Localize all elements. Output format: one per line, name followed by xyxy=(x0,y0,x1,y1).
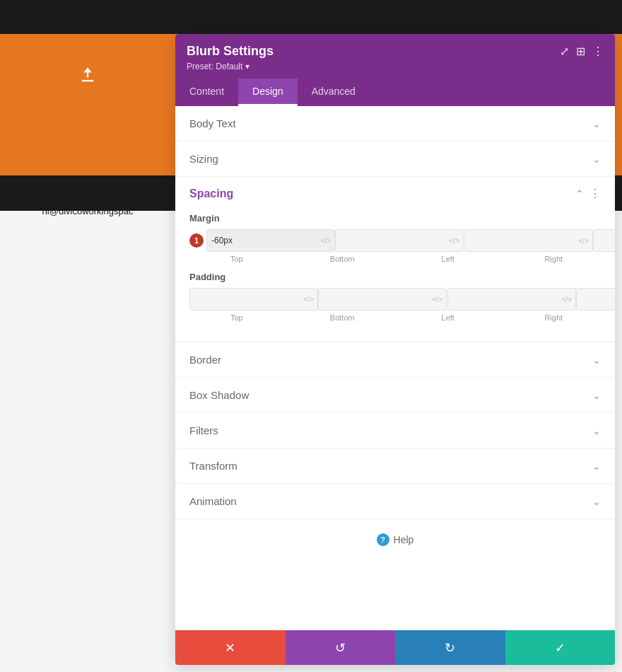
margin-bottom-code-icon[interactable]: </> xyxy=(450,237,459,245)
chevron-animation: ⌄ xyxy=(592,496,601,507)
padding-top-label: Top xyxy=(189,313,284,322)
section-filters-label: Filters xyxy=(189,424,218,436)
spacing-header-controls: ⌃ ⋮ xyxy=(575,187,601,200)
margin-top-label: Top xyxy=(189,255,284,263)
spacing-more-icon[interactable]: ⋮ xyxy=(589,187,601,200)
section-animation[interactable]: Animation ⌄ xyxy=(175,484,615,519)
upload-icon xyxy=(78,65,98,85)
padding-top-input[interactable] xyxy=(189,288,318,311)
padding-labels-row: Top Bottom Left Right xyxy=(189,313,601,322)
section-transform[interactable]: Transform ⌄ xyxy=(175,448,615,484)
section-border-label: Border xyxy=(189,354,221,366)
margin-label-spacer2 xyxy=(389,255,401,263)
chevron-sizing: ⌄ xyxy=(592,153,601,165)
panel-preset[interactable]: Preset: Default ▾ xyxy=(187,62,604,71)
spacing-title: Spacing xyxy=(189,187,233,200)
padding-left-code-icon[interactable]: </> xyxy=(562,296,572,303)
undo-button[interactable]: ↺ xyxy=(286,630,396,665)
margin-label-spacer3 xyxy=(495,255,507,263)
padding-left-label: Left xyxy=(401,313,495,322)
cancel-button[interactable]: ✕ xyxy=(175,630,286,665)
expand-icon[interactable]: ⤢ xyxy=(560,45,569,58)
chevron-box-shadow: ⌄ xyxy=(592,390,601,401)
padding-bottom-code-icon[interactable]: </> xyxy=(433,296,442,303)
padding-top-group: </> xyxy=(189,288,318,311)
more-icon[interactable]: ⋮ xyxy=(592,45,604,58)
margin-label: Margin xyxy=(189,213,601,224)
section-border[interactable]: Border ⌄ xyxy=(175,342,615,378)
margin-top-input[interactable] xyxy=(206,229,335,252)
spacing-content: Margin 1 </> </> xyxy=(175,213,615,342)
padding-label-spacer3 xyxy=(495,313,507,322)
bg-top-black xyxy=(0,0,622,34)
padding-bottom-label: Bottom xyxy=(295,313,390,322)
settings-panel: Blurb Settings ⤢ ⊞ ⋮ Preset: Default ▾ C… xyxy=(175,34,615,665)
margin-right-group: </> xyxy=(593,229,615,252)
section-transform-label: Transform xyxy=(189,460,237,472)
margin-label-spacer1 xyxy=(284,255,295,263)
section-body-text[interactable]: Body Text ⌄ xyxy=(175,106,615,141)
chevron-body-text: ⌄ xyxy=(592,118,601,129)
tab-design[interactable]: Design xyxy=(238,79,298,106)
margin-bottom-label: Bottom xyxy=(295,255,390,263)
padding-right-label: Right xyxy=(507,313,602,322)
panel-title-row: Blurb Settings ⤢ ⊞ ⋮ xyxy=(187,44,604,59)
padding-bottom-group: </> xyxy=(318,288,447,311)
upload-icon-circle xyxy=(68,55,107,95)
redo-button[interactable]: ↻ xyxy=(395,630,505,665)
section-sizing[interactable]: Sizing ⌄ xyxy=(175,141,615,177)
margin-right-input[interactable] xyxy=(593,229,615,252)
margin-left-code-icon[interactable]: </> xyxy=(579,237,589,245)
panel-footer: ✕ ↺ ↻ ✓ xyxy=(175,630,615,665)
margin-top-code-icon[interactable]: </> xyxy=(321,237,331,245)
panel-title: Blurb Settings xyxy=(187,44,274,59)
margin-top-group: 1 </> xyxy=(189,229,335,252)
chevron-filters: ⌄ xyxy=(592,425,601,436)
padding-left-input[interactable] xyxy=(447,288,576,311)
padding-right-group: </> xyxy=(576,288,615,311)
section-box-shadow-label: Box Shadow xyxy=(189,389,249,401)
help-icon: ? xyxy=(377,533,389,546)
padding-bottom-input[interactable] xyxy=(318,288,447,311)
margin-bottom-input[interactable] xyxy=(335,229,464,252)
spacing-header[interactable]: Spacing ⌃ ⋮ xyxy=(175,177,615,210)
tabs-row: Content Design Advanced xyxy=(175,79,615,106)
columns-icon[interactable]: ⊞ xyxy=(576,45,585,58)
margin-right-label: Right xyxy=(507,255,602,263)
chevron-border: ⌄ xyxy=(592,354,601,366)
section-box-shadow[interactable]: Box Shadow ⌄ xyxy=(175,378,615,413)
section-body-text-label: Body Text xyxy=(189,117,236,129)
margin-badge: 1 xyxy=(189,233,204,248)
margin-labels-row: Top Bottom Left Right xyxy=(189,255,601,263)
section-animation-label: Animation xyxy=(189,495,237,507)
padding-right-input[interactable] xyxy=(576,288,615,311)
padding-left-group: </> xyxy=(447,288,576,311)
mail-us-label: Mail us xyxy=(70,191,106,203)
panel-header-icons: ⤢ ⊞ ⋮ xyxy=(560,45,604,58)
panel-body: Body Text ⌄ Sizing ⌄ Spacing ⌃ ⋮ Margin xyxy=(175,106,615,630)
margin-input-row: 1 </> </> </> xyxy=(189,229,601,252)
padding-label-spacer2 xyxy=(389,313,401,322)
padding-label: Padding xyxy=(189,272,601,282)
chevron-transform: ⌄ xyxy=(592,460,601,472)
padding-label-spacer1 xyxy=(284,313,295,322)
padding-input-row: </> </> </> </> xyxy=(189,288,601,311)
panel-header: Blurb Settings ⤢ ⊞ ⋮ Preset: Default ▾ xyxy=(175,34,615,79)
section-sizing-label: Sizing xyxy=(189,153,218,165)
save-button[interactable]: ✓ xyxy=(505,630,616,665)
margin-top-badge-wrap: 1 </> xyxy=(189,229,335,252)
margin-left-group: </> xyxy=(464,229,593,252)
tab-advanced[interactable]: Advanced xyxy=(298,79,370,106)
help-text: Help xyxy=(394,534,414,545)
margin-left-input[interactable] xyxy=(464,229,593,252)
margin-bottom-group: </> xyxy=(335,229,464,252)
mail-address: hi@divicoworkingspac xyxy=(42,206,134,216)
left-content: Mail us hi@divicoworkingspac xyxy=(0,34,175,672)
margin-left-label: Left xyxy=(401,255,495,263)
help-row[interactable]: ? Help xyxy=(175,519,615,560)
padding-top-code-icon[interactable]: </> xyxy=(304,296,314,303)
section-filters[interactable]: Filters ⌄ xyxy=(175,413,615,448)
section-spacing: Spacing ⌃ ⋮ Margin 1 </> xyxy=(175,177,615,342)
tab-content[interactable]: Content xyxy=(175,79,238,106)
spacing-collapse-icon[interactable]: ⌃ xyxy=(575,188,584,199)
